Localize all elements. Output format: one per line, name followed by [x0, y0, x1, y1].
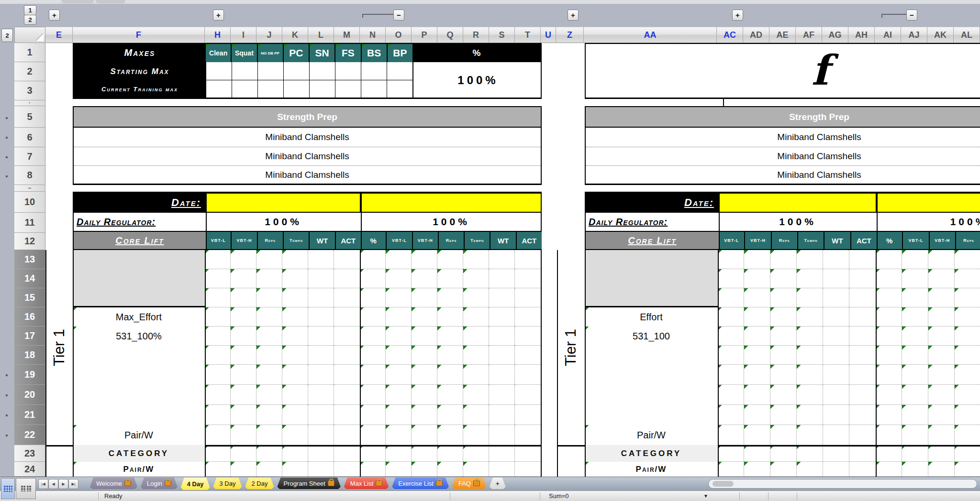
grid-cell[interactable] — [437, 365, 463, 385]
regulator-value-day2[interactable]: 100% — [361, 213, 542, 231]
horizontal-scrollbar[interactable] — [708, 479, 977, 489]
metric-header-reps[interactable]: Reps — [439, 232, 464, 249]
grid-cell[interactable] — [928, 405, 955, 425]
row-header-11[interactable]: 11 — [14, 213, 45, 233]
grid-cell[interactable] — [205, 405, 231, 425]
column-group-expand-button[interactable]: + — [49, 10, 60, 21]
grid-cell[interactable] — [308, 425, 334, 445]
grid-cell[interactable] — [489, 346, 515, 365]
grid-cell[interactable] — [282, 288, 308, 307]
prep-exercise-cell[interactable]: Miniband Clamshells — [74, 147, 541, 166]
grid-cell[interactable] — [849, 425, 876, 445]
maxes-title-cell[interactable]: Maxes — [74, 47, 206, 58]
grid-cell[interactable] — [955, 307, 980, 327]
grid-cell[interactable] — [231, 462, 256, 477]
grid-cell[interactable] — [849, 250, 876, 269]
grid-cell[interactable] — [437, 462, 463, 477]
tab-nav-first-button[interactable]: |◀ — [38, 479, 48, 489]
grid-cell[interactable] — [282, 365, 308, 385]
grid-cell[interactable] — [386, 405, 412, 425]
grid-cell[interactable] — [928, 425, 955, 445]
grid-cell[interactable] — [515, 346, 541, 365]
grid-cell[interactable] — [823, 327, 849, 346]
grid-cell[interactable] — [489, 462, 515, 477]
metric-header-tempo[interactable]: Tempo — [798, 232, 824, 249]
grid-cell[interactable] — [386, 327, 412, 346]
tab-faq[interactable]: FAQ — [451, 478, 487, 489]
grid-cell[interactable] — [770, 250, 797, 269]
grid-cell[interactable] — [744, 405, 770, 425]
grid-cell[interactable] — [231, 365, 256, 385]
row-header-3[interactable]: 3 — [14, 81, 45, 100]
grid-cell[interactable] — [770, 385, 797, 405]
grid-cell[interactable] — [231, 288, 256, 307]
grid-cell[interactable] — [256, 269, 282, 288]
grid-cell[interactable] — [489, 327, 515, 346]
row-header-18[interactable]: 18 — [14, 346, 45, 365]
grid-cell[interactable] — [334, 250, 360, 269]
grid-cell[interactable] — [489, 425, 515, 445]
grid-cell[interactable] — [876, 405, 902, 425]
grid-cell[interactable] — [744, 307, 770, 327]
row-header-12[interactable]: 12 — [14, 233, 45, 250]
grid-cell[interactable] — [282, 425, 308, 445]
grid-cell[interactable] — [205, 307, 231, 327]
row-header-23[interactable]: 23 — [14, 445, 45, 462]
row-header-14[interactable]: 14 — [14, 269, 45, 288]
grid-cell[interactable] — [849, 307, 876, 327]
lift-header-sn[interactable]: SN — [310, 44, 334, 62]
column-header-H[interactable]: H — [205, 27, 231, 43]
grid-cell[interactable] — [797, 250, 823, 269]
tab-max-list[interactable]: Max List — [343, 478, 390, 489]
grid-cell[interactable] — [412, 327, 437, 346]
grid-cell[interactable] — [205, 288, 231, 307]
grid-cell[interactable] — [412, 307, 437, 327]
grid-cell[interactable] — [515, 445, 541, 462]
grid-cell[interactable] — [463, 288, 489, 307]
category-value-cell[interactable]: Pair/W — [73, 462, 205, 477]
grid-cell[interactable] — [334, 307, 360, 327]
grid-cell[interactable] — [386, 269, 412, 288]
grid-cell[interactable] — [308, 462, 334, 477]
grid-cell[interactable] — [515, 288, 541, 307]
normal-view-button[interactable] — [1, 478, 15, 499]
metric-header-vbtl[interactable]: VBT-L — [903, 232, 928, 249]
grid-cell[interactable] — [386, 385, 412, 405]
max-input-grid[interactable] — [206, 62, 412, 98]
grid-cell[interactable] — [412, 346, 437, 365]
formula-f-cell[interactable]: f — [791, 43, 849, 97]
metric-header-vbtl[interactable]: VBT-L — [387, 232, 412, 249]
grid-cell[interactable] — [718, 288, 744, 307]
grid-cell[interactable] — [770, 365, 797, 385]
grid-cell[interactable] — [386, 445, 412, 462]
grid-cell[interactable] — [308, 365, 334, 385]
daily-regulator-label-cell[interactable]: Daily Regulator: — [586, 213, 719, 231]
grid-cell[interactable] — [902, 445, 928, 462]
grid-cell[interactable] — [744, 462, 770, 477]
tab-login[interactable]: Login — [140, 478, 178, 489]
date-label-cell[interactable]: Date: — [74, 193, 206, 213]
grid-cell[interactable] — [876, 307, 902, 327]
metric-header-reps[interactable]: Reps — [956, 232, 980, 249]
metric-header-vbth[interactable]: VBT-H — [232, 232, 256, 249]
grid-cell[interactable] — [334, 288, 360, 307]
grid-cell[interactable] — [334, 405, 360, 425]
grid-cell[interactable] — [437, 250, 463, 269]
grid-cell[interactable] — [515, 307, 541, 327]
grid-cell[interactable] — [770, 346, 797, 365]
grid-cell[interactable] — [256, 288, 282, 307]
metric-header-wt[interactable]: WT — [310, 232, 334, 249]
grid-cell[interactable] — [360, 250, 386, 269]
grid-cell[interactable] — [849, 385, 876, 405]
row-header-24[interactable]: 24 — [14, 462, 45, 477]
grid-cell[interactable] — [282, 327, 308, 346]
grid-cell[interactable] — [876, 365, 902, 385]
grid-cell[interactable] — [515, 269, 541, 288]
grid-cell[interactable] — [955, 445, 980, 462]
grid-cell[interactable] — [231, 445, 256, 462]
date-input-day2[interactable] — [361, 193, 542, 213]
scrollbar-thumb[interactable] — [713, 481, 734, 487]
metric-header-act[interactable]: ACT — [517, 232, 542, 249]
regulator-value-day1[interactable]: 100% — [719, 213, 877, 231]
grid-cell[interactable] — [231, 405, 256, 425]
